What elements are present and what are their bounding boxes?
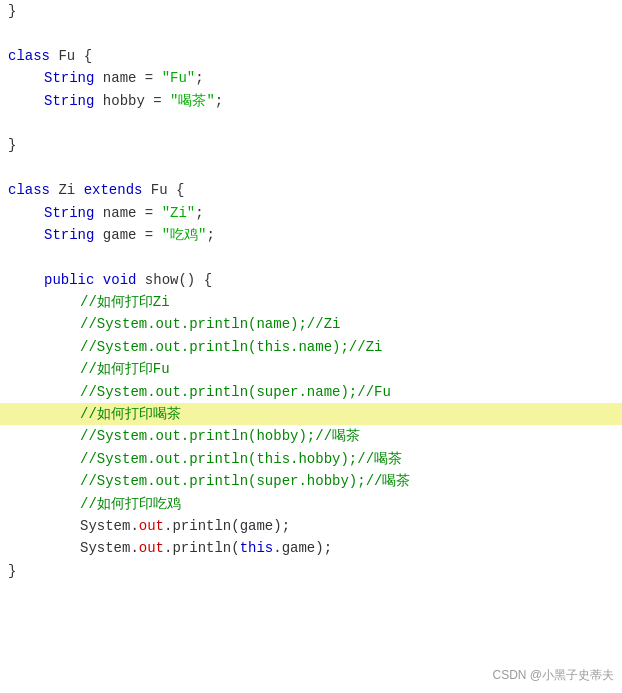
code-line: //System.out.println(super.name);//Fu	[0, 381, 622, 403]
code-line: //System.out.println(super.hobby);//喝茶	[0, 470, 622, 492]
code-line-highlighted: //如何打印喝茶	[0, 403, 622, 425]
code-line: //如何打印吃鸡	[0, 493, 622, 515]
code-line: System.out.println(game);	[0, 515, 622, 537]
code-line: }	[0, 560, 622, 582]
code-line: String hobby = "喝茶";	[0, 90, 622, 112]
code-line-blank	[0, 22, 622, 44]
code-line: //System.out.println(name);//Zi	[0, 313, 622, 335]
code-line: class Fu {	[0, 45, 622, 67]
code-line: class Zi extends Fu {	[0, 179, 622, 201]
code-line: }	[0, 134, 622, 156]
code-line: //如何打印Fu	[0, 358, 622, 380]
code-line-blank	[0, 112, 622, 134]
code-line: System.out.println(this.game);	[0, 537, 622, 559]
watermark: CSDN @小黑子史蒂夫	[492, 666, 614, 685]
code-line: //System.out.println(this.hobby);//喝茶	[0, 448, 622, 470]
code-line: String game = "吃鸡";	[0, 224, 622, 246]
code-container: } class Fu { String name = "Fu"; String …	[0, 0, 622, 582]
code-line-blank	[0, 157, 622, 179]
code-line: }	[0, 0, 622, 22]
code-line-blank	[0, 246, 622, 268]
code-line: //如何打印Zi	[0, 291, 622, 313]
code-line: String name = "Fu";	[0, 67, 622, 89]
code-line: //System.out.println(hobby);//喝茶	[0, 425, 622, 447]
code-line: public void show() {	[0, 269, 622, 291]
code-line: //System.out.println(this.name);//Zi	[0, 336, 622, 358]
code-line: String name = "Zi";	[0, 202, 622, 224]
